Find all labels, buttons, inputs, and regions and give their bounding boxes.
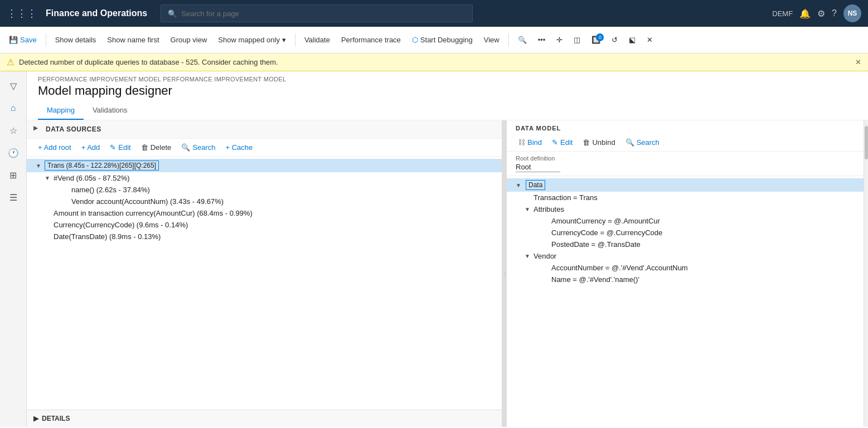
global-search[interactable]: 🔍 bbox=[161, 4, 473, 22]
bind-button[interactable]: ⛓ Bind bbox=[513, 136, 546, 149]
search-ds-icon: 🔍 bbox=[181, 143, 190, 152]
dm-tree-item-label: AmountCurrency = @.AmountCur bbox=[551, 217, 660, 225]
tree-item[interactable]: ▼ #Vend (6.05s - 87.52%) bbox=[27, 172, 502, 184]
search-toolbar-icon: 🔍 bbox=[518, 36, 527, 44]
view-button[interactable]: View bbox=[479, 32, 504, 47]
tree-item-label: Amount in transaction currency(AmountCur… bbox=[54, 209, 253, 217]
dm-tree-item-label: AccountNumber = @.'#Vend'.AccountNum bbox=[551, 264, 688, 272]
tree-item[interactable]: ▶ Date(TransDate) (8.9ms - 0.13%) bbox=[27, 231, 502, 242]
datasource-tree: ▼ Trans (8.45s - 122.28%)[265][Q:265] ▼ … bbox=[27, 157, 502, 410]
performance-trace-button[interactable]: Performance trace bbox=[337, 32, 405, 47]
add-root-button[interactable]: + Add root bbox=[33, 141, 76, 154]
dm-edit-button[interactable]: ✎ Edit bbox=[547, 136, 577, 149]
search-icon: 🔍 bbox=[168, 9, 177, 18]
show-details-button[interactable]: Show details bbox=[51, 32, 101, 47]
tab-validations[interactable]: Validations bbox=[84, 101, 137, 120]
dm-search-button[interactable]: 🔍 Search bbox=[621, 136, 664, 149]
details-expand: ▶ bbox=[33, 415, 38, 422]
page-title: Model mapping designer bbox=[38, 84, 857, 98]
unbind-button[interactable]: 🗑 Unbind bbox=[578, 136, 619, 149]
dm-tree-item[interactable]: ▶ PostedDate = @.TransDate bbox=[507, 239, 864, 250]
save-button[interactable]: 💾 Save bbox=[4, 32, 41, 47]
expand-icon: ▼ bbox=[525, 253, 534, 259]
dm-tree-item-label: PostedDate = @.TransDate bbox=[551, 240, 641, 249]
sidebar-filter-icon[interactable]: ▽ bbox=[3, 76, 23, 96]
compare-button[interactable]: ◫ bbox=[569, 32, 585, 47]
datasource-toolbar: + Add root + Add ✎ Edit 🗑 Delete 🔍 bbox=[27, 139, 502, 157]
tree-item[interactable]: ▶ name() (2.62s - 37.84%) bbox=[27, 184, 502, 196]
start-debugging-button[interactable]: ⬡ Start Debugging bbox=[408, 32, 477, 47]
sidebar-star-icon[interactable]: ☆ bbox=[3, 120, 23, 140]
tree-item[interactable]: ▶ Amount in transaction currency(AmountC… bbox=[27, 207, 502, 219]
sidebar-clock-icon[interactable]: 🕐 bbox=[3, 143, 23, 163]
warning-message: Detected number of duplicate queries to … bbox=[19, 58, 278, 66]
dm-tree-item[interactable]: ▼ Attributes bbox=[507, 203, 864, 215]
badge-button[interactable]: 🔲 0 bbox=[587, 32, 605, 47]
search-ds-button[interactable]: 🔍 Search bbox=[177, 141, 220, 154]
edit-icon: ✎ bbox=[110, 143, 116, 152]
global-search-input[interactable] bbox=[181, 9, 465, 18]
tree-item-label: Vendor account(AccountNum) (3.43s - 49.6… bbox=[71, 197, 224, 206]
tab-mapping[interactable]: Mapping bbox=[38, 101, 84, 120]
delete-button[interactable]: 🗑 Delete bbox=[137, 141, 176, 154]
group-view-button[interactable]: Group view bbox=[166, 32, 212, 47]
dm-tree-item[interactable]: ▶ CurrencyCode = @.CurrencyCode bbox=[507, 227, 864, 239]
dm-tree-item[interactable]: ▶ AmountCurrency = @.AmountCur bbox=[507, 215, 864, 227]
dm-tree-item-label: Transaction = Trans bbox=[534, 193, 598, 202]
sidebar-home-icon[interactable]: ⌂ bbox=[3, 98, 23, 118]
tree-item[interactable]: ▼ Trans (8.45s - 122.28%)[265][Q:265] bbox=[27, 159, 502, 172]
close-button[interactable]: ✕ bbox=[642, 32, 657, 47]
root-definition: Root definition Root bbox=[507, 152, 864, 176]
dm-tree-item[interactable]: ▶ Transaction = Trans bbox=[507, 192, 864, 203]
edit-button[interactable]: ✎ Edit bbox=[105, 141, 135, 154]
expand-icon: ▼ bbox=[36, 163, 45, 169]
warning-close-button[interactable]: ✕ bbox=[855, 58, 861, 66]
search-toolbar-button[interactable]: 🔍 bbox=[513, 32, 531, 47]
main-layout: ▽ ⌂ ☆ 🕐 ⊞ ☰ PERFORMANCE IMPROVEMENT MODE… bbox=[0, 71, 868, 427]
right-pane: DATA MODEL ⛓ Bind ✎ Edit 🗑 Unbind bbox=[507, 120, 864, 427]
dm-tree-item[interactable]: ▼ Vendor bbox=[507, 250, 864, 262]
dm-tree-item[interactable]: ▶ Name = @.'#Vend'.'name()' bbox=[507, 274, 864, 285]
user-avatar[interactable]: NS bbox=[843, 4, 861, 22]
datasources-header: ▶ DATA SOURCES bbox=[27, 120, 502, 139]
tabs: Mapping Validations bbox=[38, 101, 857, 120]
show-mapped-only-button[interactable]: Show mapped only ▾ bbox=[214, 32, 290, 47]
tree-item-label: Date(TransDate) (8.9ms - 0.13%) bbox=[54, 232, 161, 241]
main-toolbar: 💾 Save Show details Show name first Grou… bbox=[0, 27, 868, 54]
refresh-button[interactable]: ↺ bbox=[607, 32, 622, 47]
more-button[interactable]: ••• bbox=[534, 32, 550, 47]
tree-item-label: Currency(CurrencyCode) (9.6ms - 0.14%) bbox=[54, 221, 188, 229]
tree-item[interactable]: ▶ Currency(CurrencyCode) (9.6ms - 0.14%) bbox=[27, 219, 502, 231]
cache-button[interactable]: + Cache bbox=[221, 141, 257, 154]
right-scrollbar[interactable] bbox=[864, 120, 868, 427]
left-sidebar: ▽ ⌂ ☆ 🕐 ⊞ ☰ bbox=[0, 71, 27, 427]
dm-tree-item[interactable]: ▼ Data bbox=[507, 178, 864, 192]
bell-icon[interactable]: 🔔 bbox=[799, 8, 811, 19]
details-section[interactable]: ▶ DETAILS bbox=[27, 410, 502, 427]
dm-tree-item-label: CurrencyCode = @.CurrencyCode bbox=[551, 228, 662, 237]
settings-icon[interactable]: ⚙ bbox=[817, 8, 825, 19]
apps-icon[interactable]: ⋮⋮⋮ bbox=[7, 7, 37, 20]
dm-edit-icon: ✎ bbox=[552, 138, 558, 147]
tree-item-label: name() (2.62s - 37.84%) bbox=[71, 186, 150, 194]
warning-icon: ⚠ bbox=[7, 57, 14, 67]
add-button[interactable]: + Add bbox=[77, 141, 105, 154]
show-name-first-button[interactable]: Show name first bbox=[103, 32, 163, 47]
delete-icon: 🗑 bbox=[141, 143, 148, 152]
open-button[interactable]: ⬕ bbox=[624, 32, 640, 47]
help-icon[interactable]: ? bbox=[832, 8, 837, 18]
expand-icon: ▼ bbox=[525, 206, 534, 212]
datasources-expand[interactable]: ▶ bbox=[33, 125, 42, 134]
validate-button[interactable]: Validate bbox=[300, 32, 334, 47]
crosshair-button[interactable]: ✛ bbox=[552, 32, 567, 47]
main-content: PERFORMANCE IMPROVEMENT MODEL PERFORMANC… bbox=[27, 71, 868, 427]
sidebar-grid-icon[interactable]: ⊞ bbox=[3, 165, 23, 185]
dm-tree-item[interactable]: ▶ AccountNumber = @.'#Vend'.AccountNum bbox=[507, 262, 864, 274]
topbar-right: DEMF 🔔 ⚙ ? NS bbox=[772, 4, 861, 22]
page-header: PERFORMANCE IMPROVEMENT MODEL PERFORMANC… bbox=[27, 71, 868, 120]
dm-search-icon: 🔍 bbox=[625, 138, 634, 147]
dm-tree-item-label: Data bbox=[526, 180, 545, 190]
tree-item[interactable]: ▶ Vendor account(AccountNum) (3.43s - 49… bbox=[27, 196, 502, 207]
sidebar-list-icon[interactable]: ☰ bbox=[3, 187, 23, 207]
bind-icon: ⛓ bbox=[518, 138, 525, 147]
